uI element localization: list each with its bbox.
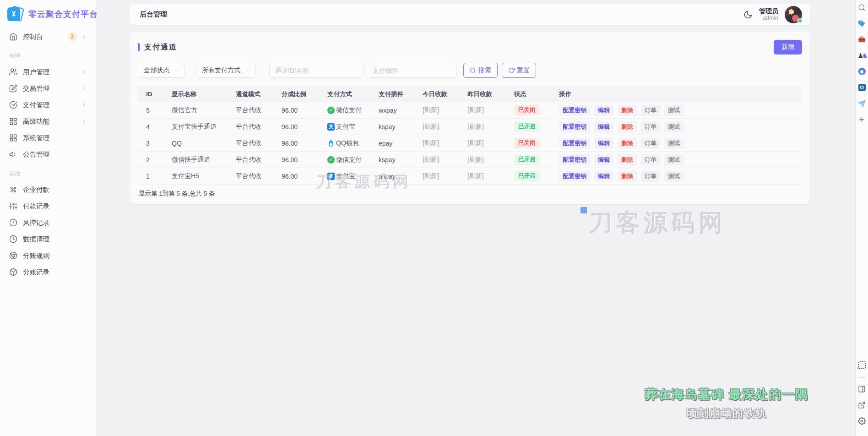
cell-channel-mode: 平台代收 xyxy=(230,168,276,185)
status-filter-select[interactable]: 全部状态 xyxy=(138,63,184,78)
sidebar-item-volume-5[interactable]: 公告管理 xyxy=(5,146,91,163)
grid-icon xyxy=(9,134,17,142)
screenshot-icon[interactable] xyxy=(857,360,867,370)
channel-id-name-input[interactable] xyxy=(269,63,364,78)
cell-pay-method: 支支付宝 xyxy=(322,168,373,185)
add-channel-button[interactable]: 新增 xyxy=(774,40,802,54)
refresh-yesterday-link[interactable]: [刷新] xyxy=(467,106,484,114)
sidebar-item-sliders-1[interactable]: 付款记录 xyxy=(5,198,91,214)
alert-circle-icon xyxy=(9,218,17,227)
action-order-button[interactable]: 订单 xyxy=(641,171,660,182)
action-delete-button[interactable]: 删除 xyxy=(618,138,637,149)
alipay-icon: 支 xyxy=(327,173,335,180)
action-configure-key-button[interactable]: 配置密钥 xyxy=(559,154,590,165)
settings-icon[interactable] xyxy=(857,416,867,425)
toolbox-icon[interactable] xyxy=(857,35,867,44)
search-button-label: 搜索 xyxy=(478,66,491,75)
cell-pay-method: ✓微信支付 xyxy=(322,102,373,119)
sidebar-item-box-5[interactable]: 分账记录 xyxy=(5,264,91,280)
sidebar-item-edit-1[interactable]: 交易管理 xyxy=(5,80,91,97)
volume-icon xyxy=(9,150,17,158)
action-configure-key-button[interactable]: 配置密钥 xyxy=(559,121,590,132)
plane-icon[interactable] xyxy=(857,99,867,108)
filter-bar: 全部状态 所有支付方式 搜索 重置 xyxy=(138,63,802,78)
action-delete-button[interactable]: 删除 xyxy=(618,105,637,116)
sidebar-item-home-0[interactable]: 控制台2 xyxy=(5,28,91,45)
action-test-button[interactable]: 测试 xyxy=(664,154,684,165)
refresh-yesterday-link[interactable]: [刷新] xyxy=(467,156,484,163)
dark-mode-toggle-moon-icon[interactable] xyxy=(743,10,753,19)
pay-method-label: 微信支付 xyxy=(336,106,362,114)
cell-actions: 配置密钥编辑删除订单测试 xyxy=(553,119,802,135)
action-delete-button[interactable]: 删除 xyxy=(618,171,637,182)
user-info[interactable]: 管理员 admin xyxy=(759,7,778,21)
action-test-button[interactable]: 测试 xyxy=(664,171,684,182)
payment-plugin-input[interactable] xyxy=(367,63,456,78)
action-edit-button[interactable]: 编辑 xyxy=(594,154,613,165)
action-test-button[interactable]: 测试 xyxy=(664,138,684,149)
action-edit-button[interactable]: 编辑 xyxy=(594,121,613,132)
cell-yesterday-income: [刷新] xyxy=(462,168,509,185)
refresh-today-link[interactable]: [刷新] xyxy=(423,139,439,147)
action-configure-key-button[interactable]: 配置密钥 xyxy=(559,138,590,149)
action-delete-button[interactable]: 删除 xyxy=(618,154,637,165)
column-header: 昨日收款 xyxy=(462,86,509,102)
online-status-dot xyxy=(797,18,803,23)
user-avatar[interactable] xyxy=(785,6,802,23)
payment-channel-panel: 支付通道 新增 全部状态 所有支付方式 搜索 重置 xyxy=(130,32,810,204)
refresh-today-link[interactable]: [刷新] xyxy=(423,123,439,130)
action-order-button[interactable]: 订单 xyxy=(641,105,660,116)
chess-icon[interactable]: ♟♞ xyxy=(857,51,867,60)
action-delete-button[interactable]: 删除 xyxy=(618,121,637,132)
sidebar-item-clock-3[interactable]: 数据清理 xyxy=(5,231,91,247)
action-order-button[interactable]: 订单 xyxy=(641,154,660,165)
sidebar-item-alert-circle-2[interactable]: 风控记录 xyxy=(5,214,91,231)
cell-yesterday-income: [刷新] xyxy=(462,152,509,168)
action-edit-button[interactable]: 编辑 xyxy=(594,105,613,116)
refresh-yesterday-link[interactable]: [刷新] xyxy=(467,139,484,147)
pay-method-label: QQ钱包 xyxy=(336,139,359,147)
cell-channel-mode: 平台代收 xyxy=(230,152,276,168)
table-row: 1支付宝H5平台代收96.00支支付宝alipay[刷新][刷新]已开启配置密钥… xyxy=(138,168,802,185)
external-link-icon[interactable] xyxy=(857,400,867,409)
plus-icon[interactable] xyxy=(857,115,867,124)
tag-icon[interactable] xyxy=(857,19,867,28)
reset-button[interactable]: 重置 xyxy=(502,63,536,78)
chrome-icon xyxy=(9,251,17,260)
cell-display-name: 支付宝快手通道 xyxy=(166,119,230,135)
cell-status: 已开启 xyxy=(509,168,553,185)
sidebar-item-grid-3[interactable]: 高级功能 xyxy=(5,113,91,130)
sidebar-item-dots-0[interactable]: 企业付款 xyxy=(5,181,91,198)
action-configure-key-button[interactable]: 配置密钥 xyxy=(559,171,590,182)
action-order-button[interactable]: 订单 xyxy=(641,121,660,132)
action-test-button[interactable]: 测试 xyxy=(664,121,684,132)
action-test-button[interactable]: 测试 xyxy=(664,105,684,116)
action-edit-button[interactable]: 编辑 xyxy=(594,171,613,182)
search-button[interactable]: 搜索 xyxy=(463,63,498,78)
search-icon[interactable] xyxy=(857,3,867,12)
outlook-icon[interactable]: O xyxy=(857,83,867,92)
sidebar-item-check-circle-2[interactable]: 支付管理 xyxy=(5,97,91,113)
refresh-today-link[interactable]: [刷新] xyxy=(423,156,439,163)
loop-icon[interactable] xyxy=(857,67,867,76)
cell-today-income: [刷新] xyxy=(417,152,462,168)
sidebar-item-grid-4[interactable]: 系统管理 xyxy=(5,130,91,146)
search-icon xyxy=(470,67,476,74)
action-order-button[interactable]: 订单 xyxy=(641,138,660,149)
action-configure-key-button[interactable]: 配置密钥 xyxy=(559,105,590,116)
notification-badge: 2 xyxy=(67,32,77,42)
refresh-today-link[interactable]: [刷新] xyxy=(423,172,439,180)
refresh-yesterday-link[interactable]: [刷新] xyxy=(467,172,484,180)
columns-icon[interactable] xyxy=(857,384,867,393)
refresh-icon xyxy=(508,67,515,74)
sidebar-item-users-0[interactable]: 用户管理 xyxy=(5,64,91,80)
paytype-filter-select[interactable]: 所有支付方式 xyxy=(196,63,255,78)
refresh-yesterday-link[interactable]: [刷新] xyxy=(467,123,484,130)
action-edit-button[interactable]: 编辑 xyxy=(594,138,613,149)
cell-status: 已开启 xyxy=(509,119,553,135)
cell-channel-mode: 平台代收 xyxy=(230,102,276,119)
sidebar-item-chrome-4[interactable]: 分账规则 xyxy=(5,247,91,264)
payment-channel-table: ID显示名称通道模式分成比例支付方式支付插件今日收款昨日收款状态操作 5微信官方… xyxy=(138,86,802,185)
chevron-right-icon xyxy=(81,69,87,75)
refresh-today-link[interactable]: [刷新] xyxy=(423,106,439,114)
